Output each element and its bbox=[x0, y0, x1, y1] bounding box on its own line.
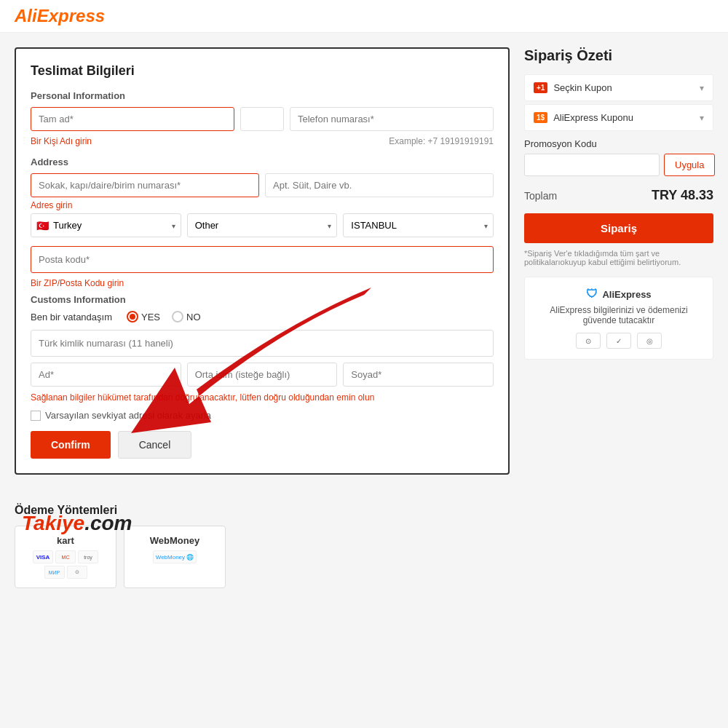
payment-card-kart: kart VISA MC troy МИР ⊙ bbox=[15, 526, 116, 588]
payment-kart-label: kart bbox=[27, 535, 104, 546]
visa-icon: VISA bbox=[33, 550, 53, 563]
confirm-button[interactable]: Confirm bbox=[31, 431, 111, 459]
citizen-label: Ben bir vatandaşım bbox=[31, 312, 112, 323]
apt-input[interactable] bbox=[265, 173, 494, 197]
city-wrapper[interactable]: ISTANBUL ▾ bbox=[343, 213, 494, 237]
security-text: AliExpress bilgilerinizi ve ödemenizi gü… bbox=[535, 305, 703, 325]
security-box: 🛡 AliExpress AliExpress bilgilerinizi ve… bbox=[524, 277, 713, 360]
phone-prefix-input[interactable]: 90 bbox=[240, 107, 284, 131]
security-logo-text: AliExpress bbox=[602, 289, 651, 300]
coupon1-badge: +1 bbox=[534, 82, 547, 93]
total-amount: TRY 48.33 bbox=[652, 188, 713, 203]
form-title: Teslimat Bilgileri bbox=[31, 63, 494, 79]
mastercard-icon: MC bbox=[55, 550, 76, 563]
order-summary-title: Sipariş Özeti bbox=[524, 47, 713, 64]
promo-label: Promosyon Kodu bbox=[524, 138, 713, 149]
order-button[interactable]: Sipariş bbox=[524, 213, 713, 243]
turkey-flag-icon: 🇹🇷 bbox=[36, 220, 49, 232]
region-wrapper[interactable]: Other ▾ bbox=[187, 213, 338, 237]
default-address-label: Varsayılan sevkiyat adresi olarak ayarla bbox=[45, 410, 211, 421]
payment-title: Ödeme Yöntemleri bbox=[15, 504, 495, 517]
security-logo: 🛡 AliExpress bbox=[535, 288, 703, 301]
security-icon-1: ⊙ bbox=[576, 333, 601, 349]
city-select[interactable]: ISTANBUL bbox=[343, 213, 494, 237]
name-error: Bir Kişi Adı girin bbox=[31, 136, 92, 146]
first-name-input[interactable] bbox=[31, 363, 181, 387]
coupon1-row[interactable]: +1 Seçkin Kupon ▾ bbox=[524, 74, 713, 101]
aliexpress-logo: AliExpress bbox=[15, 6, 105, 25]
street-input[interactable] bbox=[31, 173, 259, 197]
personal-info-label: Personal Information bbox=[31, 90, 494, 101]
promo-row: Uygula bbox=[524, 154, 713, 176]
yes-radio-circle[interactable] bbox=[127, 311, 138, 323]
coupon2-chevron-icon: ▾ bbox=[700, 113, 704, 123]
webmoney-icons: WebMoney 🌐 bbox=[136, 550, 213, 563]
order-summary-panel: Sipariş Özeti +1 Seçkin Kupon ▾ 1$ AliEx… bbox=[524, 47, 713, 475]
total-label: Toplam bbox=[524, 190, 557, 202]
address-row bbox=[31, 173, 494, 197]
coupon2-left: 1$ AliExpress Kuponu bbox=[534, 112, 633, 123]
default-address-checkbox[interactable] bbox=[31, 411, 41, 421]
location-row: 🇹🇷 Turkey ▾ Other ▾ ISTANBUL ▾ bbox=[31, 213, 494, 237]
logo-ali: Ali bbox=[15, 6, 37, 25]
coupon2-row[interactable]: 1$ AliExpress Kuponu ▾ bbox=[524, 104, 713, 131]
payment-card-webmoney: WebMoney WebMoney 🌐 bbox=[124, 526, 226, 588]
full-name-customs-row bbox=[31, 363, 494, 387]
address-label: Address bbox=[31, 157, 494, 167]
coupon1-label: Seçkin Kupon bbox=[553, 82, 612, 93]
postal-error: Bir ZIP/Posta Kodu girin bbox=[31, 278, 494, 288]
customs-label: Customs Information bbox=[31, 294, 494, 305]
default-address-row: Varsayılan sevkiyat adresi olarak ayarla bbox=[31, 410, 494, 421]
order-note: *Sipariş Ver'e tıkladığımda tüm şart ve … bbox=[524, 249, 713, 266]
country-select[interactable]: Turkey bbox=[31, 213, 181, 237]
full-name-input[interactable] bbox=[31, 107, 234, 131]
middle-name-input[interactable] bbox=[187, 363, 338, 387]
payment-options: kart VISA MC troy МИР ⊙ WebMoney WebMone… bbox=[15, 526, 495, 588]
coupon1-chevron-icon: ▾ bbox=[700, 83, 704, 93]
coupon2-label: AliExpress Kuponu bbox=[553, 112, 633, 123]
yes-radio[interactable]: YES bbox=[127, 311, 160, 323]
country-wrapper[interactable]: 🇹🇷 Turkey ▾ bbox=[31, 213, 181, 237]
webmoney-icon: WebMoney 🌐 bbox=[153, 550, 197, 563]
id-number-input[interactable] bbox=[31, 330, 494, 357]
logo-express: Express bbox=[37, 6, 105, 25]
promo-input[interactable] bbox=[524, 154, 660, 176]
address-error: Adres girin bbox=[31, 200, 494, 210]
header: AliExpress bbox=[0, 0, 728, 33]
no-radio-circle[interactable] bbox=[172, 311, 183, 323]
citizen-row: Ben bir vatandaşım YES NO bbox=[31, 311, 494, 323]
postal-code-input[interactable] bbox=[31, 246, 494, 273]
payment-webmoney-label: WebMoney bbox=[136, 535, 213, 546]
security-icon-3: ◎ bbox=[637, 333, 662, 349]
form-buttons: Confirm Cancel bbox=[31, 431, 494, 459]
customs-info-text: Sağlanan bilgiler hükümet tarafından doğ… bbox=[31, 392, 494, 403]
shield-icon: 🛡 bbox=[586, 288, 598, 301]
mir-icon: МИР bbox=[44, 566, 65, 579]
region-select[interactable]: Other bbox=[187, 213, 338, 237]
yes-label: YES bbox=[141, 312, 160, 323]
payment-section: Ödeme Yöntemleri kart VISA MC troy МИР ⊙… bbox=[0, 489, 510, 603]
security-icons-row: ⊙ ✓ ◎ bbox=[535, 333, 703, 349]
delivery-form-panel: Teslimat Bilgileri Personal Information … bbox=[15, 47, 510, 475]
last-name-input[interactable] bbox=[343, 363, 494, 387]
phone-example: Example: +7 19191919191 bbox=[389, 136, 494, 149]
cancel-button[interactable]: Cancel bbox=[118, 431, 192, 459]
troy-icon: troy bbox=[78, 550, 98, 563]
coupon2-badge: 1$ bbox=[534, 112, 547, 123]
no-label: NO bbox=[186, 312, 201, 323]
phone-number-input[interactable] bbox=[290, 107, 494, 131]
apply-button[interactable]: Uygula bbox=[664, 154, 715, 176]
security-icon-2: ✓ bbox=[606, 333, 631, 349]
name-phone-row: 90 bbox=[31, 107, 494, 131]
coupon1-left: +1 Seçkin Kupon bbox=[534, 82, 612, 93]
kart-icons: VISA MC troy МИР ⊙ bbox=[27, 550, 104, 579]
extra-icon: ⊙ bbox=[67, 566, 87, 579]
total-row: Toplam TRY 48.33 bbox=[524, 183, 713, 203]
no-radio[interactable]: NO bbox=[172, 311, 201, 323]
